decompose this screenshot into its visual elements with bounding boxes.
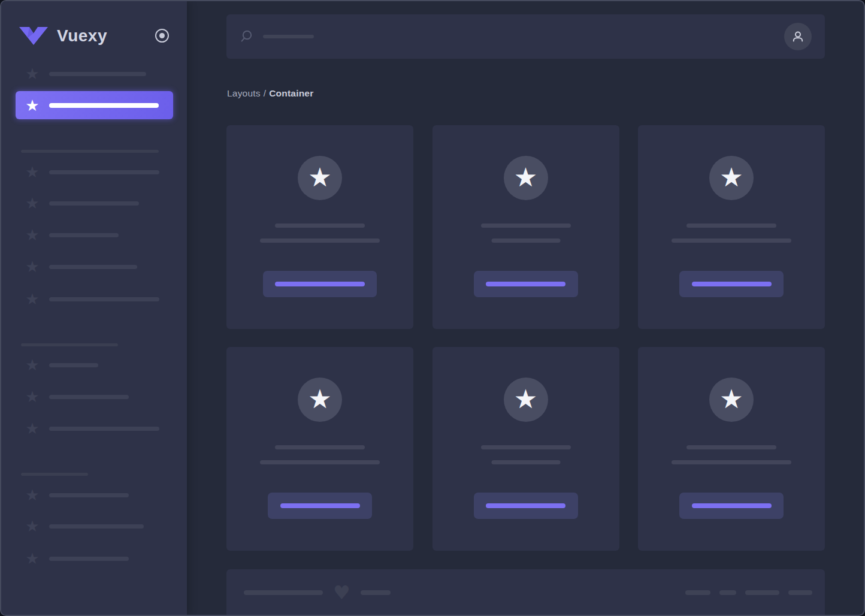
nav-label-skeleton xyxy=(49,493,129,497)
footer-text-skeleton xyxy=(244,590,323,595)
sidebar-nav-item[interactable]: ★ xyxy=(25,487,129,503)
sidebar-nav-item[interactable]: ★ xyxy=(25,550,129,567)
sidebar-nav-item[interactable]: ★ xyxy=(25,164,159,180)
card-button[interactable] xyxy=(679,271,784,297)
footer-right xyxy=(685,569,812,616)
star-icon: ★ xyxy=(514,386,537,412)
radio-circle-icon xyxy=(159,33,165,38)
card-button[interactable] xyxy=(474,271,578,297)
card-button-label-skeleton xyxy=(280,503,360,508)
card-title-skeleton xyxy=(275,224,365,228)
star-icon: ★ xyxy=(25,389,40,404)
footer-text-skeleton xyxy=(685,590,710,595)
sidebar-section-header-skeleton xyxy=(21,150,159,153)
sidebar-nav-item[interactable]: ★ xyxy=(25,227,119,243)
sidebar-section-header-skeleton xyxy=(21,343,118,346)
card-subtitle-skeleton xyxy=(672,460,791,464)
nav-label-skeleton xyxy=(49,557,129,561)
star-icon: ★ xyxy=(25,66,40,81)
card-subtitle-skeleton xyxy=(672,238,791,243)
sidebar-nav-item[interactable]: ★ xyxy=(25,420,159,437)
footer-text-skeleton xyxy=(745,590,779,595)
card-title-skeleton xyxy=(481,445,571,449)
brand-name: Vuexy xyxy=(57,26,107,46)
brand-logo[interactable]: Vuexy xyxy=(19,24,107,48)
card-button-label-skeleton xyxy=(275,282,365,286)
person-icon xyxy=(791,29,805,44)
sidebar: Vuexy ★ ★ ★ ★ ★ ★ ★ ★ ★ ★ ★ ★ xyxy=(1,1,187,615)
star-icon: ★ xyxy=(308,386,331,412)
footer-left: ♥ xyxy=(244,569,391,616)
sidebar-nav-item[interactable]: ★ xyxy=(25,65,146,82)
nav-label-skeleton xyxy=(49,201,139,206)
card-avatar: ★ xyxy=(504,378,548,422)
card-avatar: ★ xyxy=(709,378,754,422)
star-icon: ★ xyxy=(25,291,40,307)
card-button[interactable] xyxy=(268,493,372,519)
star-icon: ★ xyxy=(25,195,40,211)
star-icon: ★ xyxy=(25,518,40,534)
card-subtitle-skeleton xyxy=(491,238,560,243)
footer-text-skeleton xyxy=(361,590,391,595)
footer-text-skeleton xyxy=(788,590,812,595)
content-card: ★ xyxy=(432,347,619,551)
nav-label-skeleton xyxy=(49,363,98,367)
card-subtitle-skeleton xyxy=(260,460,380,464)
card-button[interactable] xyxy=(679,493,784,519)
star-icon: ★ xyxy=(719,386,743,412)
nav-label-skeleton xyxy=(49,524,144,529)
breadcrumb-current: Container xyxy=(269,88,313,98)
nav-label-skeleton xyxy=(49,103,159,108)
card-button-label-skeleton xyxy=(486,503,565,508)
card-avatar: ★ xyxy=(298,378,342,422)
nav-label-skeleton xyxy=(49,72,146,76)
nav-label-skeleton xyxy=(49,170,159,174)
card-button-label-skeleton xyxy=(692,282,772,286)
star-icon: ★ xyxy=(514,164,537,191)
sidebar-nav-item[interactable]: ★ xyxy=(25,291,159,307)
card-button[interactable] xyxy=(263,271,377,297)
star-icon: ★ xyxy=(25,259,40,274)
content-card: ★ xyxy=(638,347,825,551)
nav-label-skeleton xyxy=(49,297,159,301)
cards-grid: ★ ★ ★ ★ ★ xyxy=(226,125,825,551)
card-subtitle-skeleton xyxy=(260,238,380,243)
card-subtitle-skeleton xyxy=(491,460,560,464)
star-icon: ★ xyxy=(25,357,40,373)
star-icon: ★ xyxy=(719,164,743,191)
sidebar-nav-item[interactable]: ★ xyxy=(25,258,137,275)
star-icon: ★ xyxy=(25,551,40,566)
sidebar-nav-item-active[interactable]: ★ xyxy=(16,91,173,119)
sidebar-section-header-skeleton xyxy=(21,473,88,476)
user-avatar[interactable] xyxy=(784,23,812,50)
card-avatar: ★ xyxy=(298,156,342,200)
nav-label-skeleton xyxy=(49,265,137,269)
heart-icon: ♥ xyxy=(333,583,350,602)
star-icon: ★ xyxy=(308,164,331,191)
menu-pin-toggle[interactable] xyxy=(155,29,169,43)
search-icon xyxy=(240,30,253,43)
footer-bar: ♥ xyxy=(226,569,825,616)
card-title-skeleton xyxy=(686,445,776,449)
sidebar-nav-item[interactable]: ★ xyxy=(25,388,129,405)
content-card: ★ xyxy=(432,125,619,329)
vuexy-chevron-logo-icon xyxy=(19,27,48,45)
card-button-label-skeleton xyxy=(486,282,565,286)
content-card: ★ xyxy=(226,347,413,551)
sidebar-nav-item[interactable]: ★ xyxy=(25,195,139,212)
card-button-label-skeleton xyxy=(692,503,772,508)
card-button[interactable] xyxy=(474,493,578,519)
card-title-skeleton xyxy=(686,224,776,228)
nav-label-skeleton xyxy=(49,427,159,431)
sidebar-nav-item[interactable]: ★ xyxy=(25,357,98,373)
breadcrumb-section-link[interactable]: Layouts xyxy=(227,88,261,98)
star-icon: ★ xyxy=(25,227,40,243)
star-icon: ★ xyxy=(25,487,40,503)
breadcrumb: Layouts/Container xyxy=(227,88,313,99)
content-card: ★ xyxy=(638,125,825,329)
footer-text-skeleton xyxy=(719,590,736,595)
card-avatar: ★ xyxy=(709,156,754,200)
sidebar-nav-item[interactable]: ★ xyxy=(25,518,144,535)
search-bar[interactable] xyxy=(226,14,825,59)
nav-label-skeleton xyxy=(49,233,119,237)
